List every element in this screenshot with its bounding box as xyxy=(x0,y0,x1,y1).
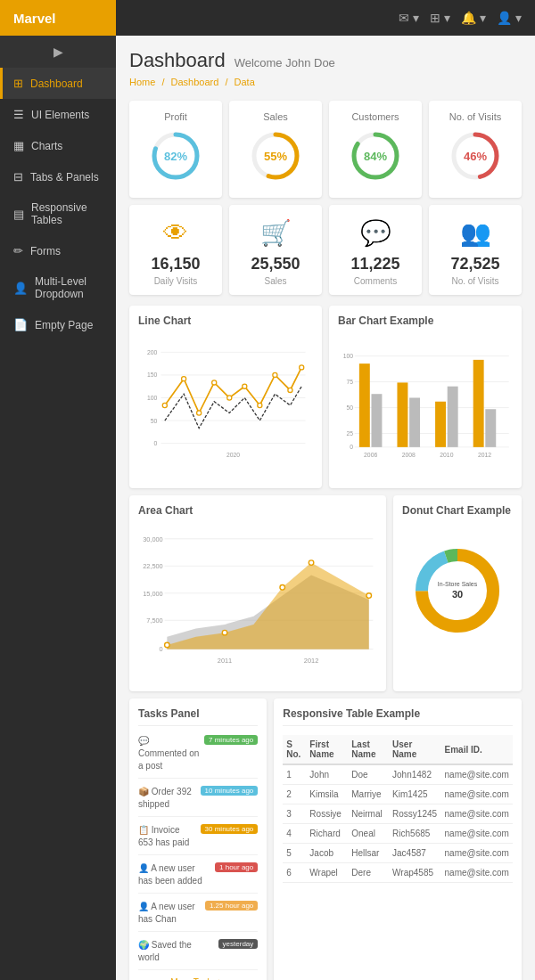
svg-point-64 xyxy=(222,630,227,635)
svg-text:15,000: 15,000 xyxy=(143,590,163,598)
svg-text:2008: 2008 xyxy=(402,452,416,458)
sidebar-item-ui-elements[interactable]: ☰ UI Elements xyxy=(0,99,116,130)
svg-text:30,000: 30,000 xyxy=(143,535,163,543)
task-item: 👤 A new user has Chan 1.25 hour ago xyxy=(138,901,258,932)
line-chart-card: Line Chart 200 150 100 50 0 2020 xyxy=(129,306,322,488)
customers-value: 84% xyxy=(364,150,387,163)
grid-icon[interactable]: ⊞ ▾ xyxy=(430,11,450,25)
svg-rect-39 xyxy=(359,363,370,447)
sidebar-item-tabs[interactable]: ⊟ Tabs & Panels xyxy=(0,161,116,192)
svg-rect-41 xyxy=(397,382,407,446)
table-row: 6WrapelDereWrap4585name@site.com xyxy=(283,863,513,883)
breadcrumb: Home / Dashboard / Data xyxy=(129,77,522,87)
svg-text:100: 100 xyxy=(147,395,158,401)
task-badge: 10 minutes ago xyxy=(201,786,259,796)
customers-circle: 84% xyxy=(349,129,402,183)
task-item: 👤 A new user has been added 1 hour ago xyxy=(138,862,258,894)
svg-text:2010: 2010 xyxy=(440,452,453,458)
svg-point-21 xyxy=(197,411,202,415)
svg-rect-43 xyxy=(435,402,446,447)
donut-chart-svg: In-Store Sales 30 xyxy=(408,542,506,640)
multi-level-icon: 👤 xyxy=(13,282,28,295)
breadcrumb-home[interactable]: Home xyxy=(129,77,155,87)
svg-rect-45 xyxy=(473,360,484,447)
content-area: Dashboard Welcome John Doe Home / Dashbo… xyxy=(116,36,535,980)
svg-text:22,500: 22,500 xyxy=(143,562,163,570)
task-item: 📋 Invoice 653 has paid 30 minutes ago xyxy=(138,824,258,855)
responsive-table: S No. First Name Last Name User Name Ema… xyxy=(283,735,513,883)
bottom-row: Tasks Panel 💬 Commented on a post 7 minu… xyxy=(129,698,522,980)
svg-text:0: 0 xyxy=(154,440,158,446)
task-item: 📦 Order 392 shipped 10 minutes ago xyxy=(138,786,258,817)
svg-text:7,500: 7,500 xyxy=(146,617,162,625)
empty-icon: 📄 xyxy=(13,318,28,331)
svg-rect-40 xyxy=(371,394,382,447)
users-icon: 👥 xyxy=(436,218,514,248)
sidebar-item-forms[interactable]: ✏ Forms xyxy=(0,235,116,266)
col-sno: S No. xyxy=(283,735,306,764)
table-row: 5JacobHellsarJac4587name@site.com xyxy=(283,844,513,863)
sidebar-item-tables[interactable]: ▤ Responsive Tables xyxy=(0,192,116,235)
svg-point-20 xyxy=(182,377,186,381)
svg-rect-42 xyxy=(409,397,420,446)
sidebar-toggle[interactable]: ▶ xyxy=(0,36,116,68)
charts-icon: ▦ xyxy=(13,139,24,152)
topbar: ✉ ▾ ⊞ ▾ 🔔 ▾ 👤 ▾ xyxy=(116,0,535,36)
daily-visits-card: 👁 16,150 Daily Visits xyxy=(129,205,222,295)
svg-text:75: 75 xyxy=(346,379,353,385)
svg-text:2006: 2006 xyxy=(364,452,377,458)
tables-icon: ▤ xyxy=(13,208,24,221)
eye-icon: 👁 xyxy=(136,218,215,248)
table-row: 4RichardOnealRich5685name@site.com xyxy=(283,824,513,844)
charts-row-2: Area Chart 30,000 22,500 15,000 7,500 0 xyxy=(129,495,522,691)
daily-visits-label: Daily Visits xyxy=(136,276,215,286)
bell-icon[interactable]: 🔔 ▾ xyxy=(461,11,486,25)
svg-text:25: 25 xyxy=(346,430,353,437)
task-item: 🌍 Saved the world yesterday xyxy=(138,939,258,970)
task-badge: 1 hour ago xyxy=(215,862,258,872)
sales-metric-label: Sales xyxy=(236,276,315,286)
area-chart-card: Area Chart 30,000 22,500 15,000 7,500 0 xyxy=(129,495,386,691)
profit-title: Profit xyxy=(136,111,215,122)
visits-metric-value: 72,525 xyxy=(436,255,514,274)
table-row: 1JohnDoeJohn1482name@site.com xyxy=(283,764,513,785)
table-row: 3RossiyeNeirmalRossy1245name@site.com xyxy=(283,804,513,824)
bar-chart-title: Bar Chart Example xyxy=(338,314,513,327)
user-icon[interactable]: 👤 ▾ xyxy=(497,11,522,25)
tabs-icon: ⊟ xyxy=(13,170,23,184)
area-chart-title: Area Chart xyxy=(138,504,377,517)
donut-center-value: 30 xyxy=(452,589,463,600)
table-row: 2KimsilaMarriyeKim1425name@site.com xyxy=(283,785,513,804)
visits-stat-title: No. of Visits xyxy=(436,111,514,122)
envelope-icon[interactable]: ✉ ▾ xyxy=(399,11,419,25)
sidebar-item-empty[interactable]: 📄 Empty Page xyxy=(0,309,116,340)
sidebar-item-multi-level[interactable]: 👤 Multi-Level Dropdown xyxy=(0,266,116,309)
task-badge: 7 minutes ago xyxy=(204,735,258,745)
visits-metric-card: 👥 72,525 No. of Visits xyxy=(429,205,522,295)
sidebar-item-charts[interactable]: ▦ Charts xyxy=(0,130,116,161)
visits-stat-card: No. of Visits 46% xyxy=(429,101,522,198)
task-badge: 1.25 hour ago xyxy=(205,901,258,911)
svg-text:2012: 2012 xyxy=(304,657,318,665)
sales-metric-value: 25,550 xyxy=(236,255,315,274)
table-header-row: S No. First Name Last Name User Name Ema… xyxy=(283,735,513,764)
profit-card: Profit 82% xyxy=(129,101,222,198)
bar-chart-svg: 100 75 50 25 0 xyxy=(338,334,513,477)
donut-chart-title: Donut Chart Example xyxy=(402,504,513,517)
page-subtitle: Welcome John Doe xyxy=(235,56,335,69)
svg-text:150: 150 xyxy=(147,372,158,378)
svg-text:50: 50 xyxy=(151,418,158,424)
sales-circle: 55% xyxy=(249,129,302,183)
breadcrumb-dashboard[interactable]: Dashboard xyxy=(171,77,219,87)
tasks-panel-title: Tasks Panel xyxy=(138,707,258,726)
stat-cards-row: Profit 82% Sales 55% xyxy=(129,101,522,198)
col-email: Email ID. xyxy=(441,735,513,764)
charts-row-1: Line Chart 200 150 100 50 0 2020 xyxy=(129,306,522,488)
svg-rect-44 xyxy=(448,387,458,447)
app-logo: Marvel xyxy=(0,0,116,36)
donut-chart-card: Donut Chart Example In-Store Sales 30 xyxy=(393,495,522,691)
line-chart-svg: 200 150 100 50 0 2020 xyxy=(138,334,313,477)
task-badge: yesterday xyxy=(218,939,259,949)
sidebar-item-dashboard[interactable]: ⊞ Dashboard xyxy=(0,68,116,99)
svg-text:200: 200 xyxy=(147,349,158,355)
